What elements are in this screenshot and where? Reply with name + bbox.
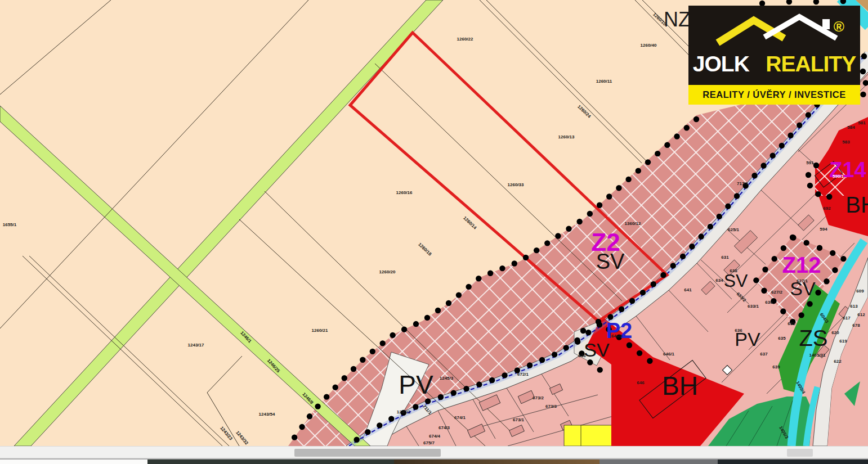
parcel-number: 613	[850, 304, 858, 309]
parcel-number: 1245/1	[397, 409, 411, 415]
parcel-number: 622	[834, 359, 842, 364]
parcel-number: 674/3	[439, 425, 450, 430]
parcel-number: 673/3	[545, 404, 557, 409]
parcel-number: 646	[578, 353, 586, 358]
taskbar-sliver	[0, 460, 868, 464]
logo-brand-secondary: REALITY	[766, 52, 856, 76]
parcel-number: 627/1	[797, 278, 808, 283]
zone-label-sv: SV	[584, 339, 610, 361]
parcel-number: 673/2	[533, 395, 544, 400]
taskbar-segment	[147, 460, 394, 464]
parcel-number: 673/1	[513, 417, 525, 422]
zone-label-z12: Z12	[782, 253, 821, 277]
parcel-number: 617	[843, 316, 851, 321]
zone-label-pv: PV	[399, 370, 433, 399]
registered-mark: ®	[834, 18, 844, 35]
parcel-number: 1260/16	[396, 190, 413, 195]
taskbar-segment	[394, 460, 599, 464]
map-viewer-window: NZZ2SVP2SVBHPVPVSVZ12SVZSBHZ141655/11260…	[0, 0, 868, 464]
parcel-number: 1243/54	[259, 412, 275, 417]
parcel-number: 1260/11	[596, 79, 612, 84]
parcel-number: 627/2	[771, 290, 783, 295]
zone-label-p2: P2	[606, 319, 632, 343]
parcel-number: 619	[839, 339, 847, 344]
parcel-number: 612	[857, 312, 865, 317]
parcel-number: 646	[637, 380, 645, 385]
parcel-number: 591	[806, 160, 814, 165]
parcel-number: 717/1	[737, 181, 749, 186]
parcel-number: 1401/31	[809, 353, 826, 358]
parcel-number: 590/1	[833, 174, 844, 179]
taskbar-segment	[599, 460, 718, 464]
logo-tagline: REALITY / ÚVĚRY / INVESTICE	[688, 85, 860, 105]
parcel-number: 1260/20	[379, 269, 396, 274]
parcel-number: 1245/3	[440, 376, 454, 381]
parcel-number: 583	[842, 139, 850, 145]
parcel-number: 1260/22	[457, 37, 473, 42]
parcel-number: 581	[858, 120, 866, 125]
parcel-number: 646/3	[611, 334, 623, 339]
parcel-number: 625/1	[728, 227, 740, 232]
parcel-number: 630	[765, 300, 773, 305]
parcel-number: 646/1	[663, 352, 675, 357]
agency-logo: ® JOLK REALITY REALITY / ÚVĚRY / INVESTI…	[688, 6, 860, 105]
zone-label-sv: SV	[596, 250, 625, 273]
logo-brand-primary: JOLK	[693, 52, 749, 76]
parcel-number: 641	[684, 287, 692, 292]
parcel-number: 635	[778, 336, 786, 341]
parcel-number: 674/4	[429, 434, 441, 439]
statusbar-left	[0, 460, 147, 464]
parcel-number: 634	[715, 278, 723, 283]
zone-label-bh: BH	[662, 371, 698, 400]
taskbar-segment	[718, 460, 868, 464]
parcel-number: 1243/17	[188, 343, 204, 348]
parcel-number: 620	[831, 330, 839, 335]
parcel-number: 637	[760, 352, 768, 357]
logo-box: ® JOLK REALITY	[688, 6, 860, 85]
parcel-number: 675/7	[423, 440, 435, 445]
parcel-number: 672/1	[517, 372, 529, 377]
zone-label-sv: SV	[724, 271, 748, 291]
parcel-number: 631	[721, 255, 729, 260]
parcel-number: 636	[735, 328, 742, 333]
zone-label-bh: BH	[845, 192, 868, 217]
parcel-number: 1360/12	[625, 221, 641, 226]
parcel-number: 1655/1	[3, 222, 17, 227]
logo-brand: JOLK REALITY	[688, 52, 860, 76]
parcel-number: 1260/33	[508, 182, 524, 187]
zone-label-zs: ZS	[799, 326, 827, 350]
parcel-number: 632	[788, 321, 795, 326]
horizontal-scrollbar[interactable]	[0, 446, 868, 458]
parcel-number: 609	[856, 289, 864, 294]
parcel-number: 1260/21	[312, 328, 328, 333]
parcel-number: 594	[820, 227, 827, 232]
parcel-number: 678	[852, 323, 860, 328]
parcel-number: 638	[730, 268, 737, 273]
parcel-number: 1260/40	[641, 43, 657, 48]
parcel-number: 1260/13	[558, 134, 575, 139]
parcel-number: 633/1	[748, 304, 759, 309]
parcel-number: 692	[823, 206, 831, 211]
parcel-number: 674/1	[454, 415, 466, 420]
parcel-number: 584	[847, 125, 855, 130]
parcel-number: 639	[772, 364, 780, 370]
scrollbar-thumb[interactable]	[294, 449, 441, 457]
zone-label-nz: NZ	[664, 8, 691, 31]
scrollbar-corner	[787, 449, 813, 457]
